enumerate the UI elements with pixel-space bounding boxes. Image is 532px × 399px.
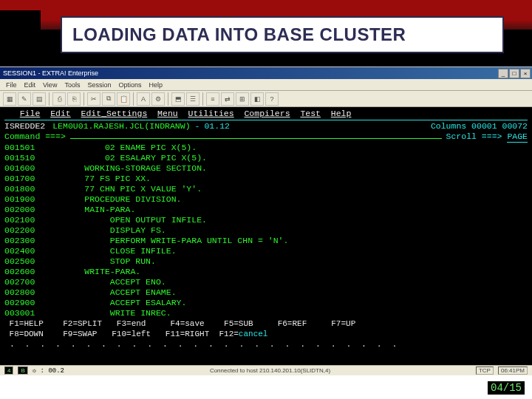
- line-number: 002100: [4, 215, 49, 225]
- scroll-label: Scroll ===>: [446, 132, 502, 143]
- code-line[interactable]: 002900 ACCEPT ESALARY.: [4, 298, 528, 308]
- window-title: SESSION1 - EXTRA! Enterprise: [1, 69, 98, 77]
- toolbar-button[interactable]: ≡: [206, 92, 219, 106]
- toolbar-button[interactable]: A: [137, 92, 150, 106]
- code-line[interactable]: 001800 77 CHN PIC X VALUE 'Y'.: [4, 184, 528, 194]
- ispf-header: ISREDDE2 LEM0U01.RAJESH.JCL(INDRANW) - 0…: [4, 121, 528, 132]
- line-text: STOP RUN.: [49, 256, 156, 267]
- menu-edit[interactable]: Edit: [24, 81, 36, 89]
- code-line[interactable]: 001900 PROCEDURE DIVISION.: [4, 194, 528, 205]
- status-cell-b: B: [18, 366, 27, 375]
- toolbar-button[interactable]: ⇄: [221, 92, 234, 106]
- terminal[interactable]: File Edit Edit_Settings Menu Utilities C…: [0, 107, 532, 365]
- line-number: 001501: [4, 143, 49, 153]
- line-number: 002000: [4, 205, 49, 215]
- code-line[interactable]: 001510 02 ESALARY PIC X(5).: [4, 153, 528, 163]
- menu-options[interactable]: Options: [118, 81, 141, 89]
- toolbar-button[interactable]: 📋: [117, 92, 130, 106]
- toolbar-button[interactable]: ⊞: [236, 92, 249, 106]
- toolbar-button[interactable]: ✎: [18, 92, 31, 106]
- code-line[interactable]: 002000 MAIN-PARA.: [4, 205, 528, 215]
- window-statusbar: 4 B ☼ : 00.2 Connected to host 210.140.2…: [0, 365, 532, 375]
- menu-file[interactable]: File: [6, 81, 17, 89]
- emulator-window: SESSION1 - EXTRA! Enterprise _ □ × File …: [0, 66, 532, 375]
- ispf-program: ISREDDE2: [4, 121, 45, 132]
- toolbar-button[interactable]: ⎙: [52, 92, 66, 106]
- code-line[interactable]: 002600 WRITE-PARA.: [4, 267, 528, 277]
- line-number: 001700: [4, 174, 49, 184]
- fkey-row-1: F1=HELP F2=SPLIT F3=end F4=save F5=SUB F…: [4, 318, 528, 329]
- minimize-button[interactable]: _: [498, 69, 508, 78]
- line-text: PROCEDURE DIVISION.: [49, 194, 181, 205]
- line-text: PERFORM WRITE-PARA UNTIL CHN = 'N'.: [49, 236, 288, 246]
- status-clock: ☼ : 00.2: [33, 367, 64, 375]
- line-text: MAIN-PARA.: [49, 205, 135, 215]
- ispf-version: 01.12: [204, 121, 230, 132]
- window-titlebar[interactable]: SESSION1 - EXTRA! Enterprise _ □ ×: [0, 67, 532, 79]
- close-button[interactable]: ×: [520, 69, 531, 78]
- status-connection: Connected to host 210.140.201.10(SLIDTN,…: [210, 367, 330, 374]
- line-text: ACCEPT ENAME.: [49, 287, 177, 298]
- line-number: 002600: [4, 267, 49, 277]
- slide-title: LOADING DATA INTO BASE CLUSTER: [72, 24, 406, 45]
- code-line[interactable]: 001600 WORKING-STORAGE SECTION.: [4, 163, 528, 174]
- toolbar-button[interactable]: ⚙: [151, 92, 165, 106]
- toolbar-button[interactable]: ▦: [3, 92, 16, 106]
- line-number: 002300: [4, 236, 49, 246]
- toolbar-button[interactable]: ?: [265, 92, 279, 106]
- slide-counter: 04/15: [488, 381, 525, 395]
- scroll-value[interactable]: PAGE: [507, 132, 528, 143]
- code-line[interactable]: 002100 OPEN OUTPUT INFILE.: [4, 215, 528, 225]
- line-text: DISPLAY FS.: [49, 225, 166, 236]
- line-text: 77 FS PIC XX.: [49, 174, 151, 184]
- code-line[interactable]: 002300 PERFORM WRITE-PARA UNTIL CHN = 'N…: [4, 236, 528, 246]
- menu-tools[interactable]: Tools: [64, 81, 80, 89]
- toolbar-button[interactable]: ▤: [33, 92, 46, 106]
- slide-title-box: LOADING DATA INTO BASE CLUSTER: [61, 16, 504, 53]
- toolbar-button[interactable]: ⎘: [67, 92, 81, 106]
- window-toolbar: ▦ ✎ ▤ ⎙ ⎘ ✂ ⧉ 📋 A ⚙ ⬒ ☰ ≡ ⇄ ⊞ ◧ ?: [0, 91, 532, 107]
- line-number: 002500: [4, 256, 49, 267]
- toolbar-button[interactable]: ✂: [87, 92, 100, 106]
- line-number: 002900: [4, 298, 49, 308]
- toolbar-button[interactable]: ☰: [186, 92, 200, 106]
- ispf-columns: Columns 00001 00072: [431, 121, 528, 132]
- line-number: 001600: [4, 163, 49, 174]
- code-line[interactable]: 002500 STOP RUN.: [4, 256, 528, 267]
- menu-session[interactable]: Session: [87, 81, 111, 89]
- line-number: 001900: [4, 194, 49, 205]
- code-line[interactable]: 001501 02 ENAME PIC X(5).: [4, 143, 528, 153]
- code-line[interactable]: 001700 77 FS PIC XX.: [4, 174, 528, 184]
- menu-view[interactable]: View: [43, 81, 57, 89]
- line-number: 001510: [4, 153, 49, 163]
- window-menubar: File Edit View Tools Session Options Hel…: [0, 79, 532, 91]
- toolbar-button[interactable]: ⬒: [171, 92, 185, 106]
- toolbar-button[interactable]: ⧉: [102, 92, 115, 106]
- line-text: 77 CHN PIC X VALUE 'Y'.: [49, 184, 202, 194]
- status-cell-a: 4: [4, 366, 13, 375]
- line-text: WORKING-STORAGE SECTION.: [49, 163, 207, 174]
- line-number: 001800: [4, 184, 49, 194]
- line-text: OPEN OUTPUT INFILE.: [49, 215, 207, 225]
- code-line[interactable]: 002400 CLOSE INFILE.: [4, 246, 528, 256]
- toolbar-button[interactable]: ◧: [250, 92, 264, 106]
- ispf-command-row: Command ===> Scroll ===> PAGE: [4, 132, 528, 143]
- code-line[interactable]: 002700 ACCEPT ENO.: [4, 277, 528, 287]
- line-text: 02 ENAME PIC X(5).: [49, 143, 197, 153]
- ispf-menu[interactable]: File Edit Edit_Settings Menu Utilities C…: [4, 109, 528, 119]
- fkey-row-2: F8=DOWN F9=SWAP F10=left F11=RIGHT F12=c…: [4, 329, 528, 339]
- code-line[interactable]: 002800 ACCEPT ENAME.: [4, 287, 528, 298]
- ispf-dataset: LEM0U01.RAJESH.JCL(INDRANW): [52, 121, 190, 132]
- ispf-version-sep: -: [195, 121, 200, 132]
- menu-help[interactable]: Help: [149, 81, 163, 89]
- code-line[interactable]: 003001 WRITE INREC.: [4, 308, 528, 318]
- ispf-rule: [4, 120, 528, 120]
- command-label: Command ===>: [4, 132, 66, 143]
- code-line[interactable]: 002200 DISPLAY FS.: [4, 225, 528, 236]
- command-input[interactable]: [70, 132, 442, 139]
- status-proto: TCP: [476, 366, 494, 375]
- line-text: CLOSE INFILE.: [49, 246, 177, 256]
- line-number: 002700: [4, 277, 49, 287]
- line-text: WRITE-PARA.: [49, 267, 140, 277]
- maximize-button[interactable]: □: [509, 69, 519, 78]
